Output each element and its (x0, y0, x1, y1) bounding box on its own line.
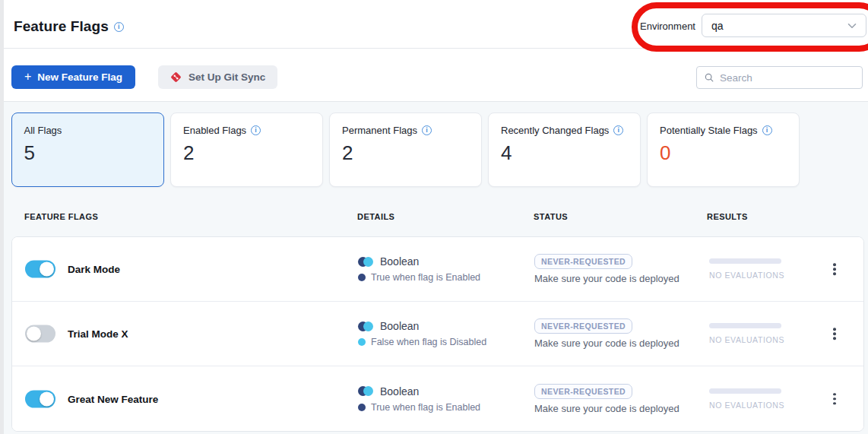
flag-results: NO EVALUATIONS (709, 388, 784, 410)
flag-type-label: Boolean (380, 255, 419, 268)
column-header-details: DETAILS (357, 212, 394, 221)
toggle-knob (40, 262, 54, 277)
kebab-menu-icon[interactable] (827, 258, 842, 280)
kebab-menu-icon[interactable] (827, 323, 842, 344)
stat-card-label: Potentially Stale Flags (660, 125, 758, 136)
stat-card-label-row: Permanent Flags i (342, 125, 469, 136)
chevron-down-icon (847, 23, 857, 29)
results-progress-bar (709, 388, 781, 394)
flags-section: All Flags 5 Enabled Flags i 2 Permanent … (0, 101, 868, 434)
flag-toggle[interactable] (25, 325, 55, 343)
info-icon[interactable]: i (251, 125, 261, 135)
flag-status: NEVER-REQUESTED Make sure your code is d… (534, 318, 680, 349)
stat-card-label-row: Recently Changed Flags i (501, 125, 628, 136)
plus-icon: + (24, 71, 31, 83)
results-text: NO EVALUATIONS (709, 271, 784, 280)
info-icon[interactable]: i (613, 125, 623, 135)
column-header-status: STATUS (534, 212, 568, 221)
git-icon (170, 71, 182, 83)
environment-select[interactable]: qa (702, 14, 866, 37)
status-text: Make sure your code is deployed (534, 337, 680, 349)
search-icon (705, 72, 714, 83)
flag-value-text: True when flag is Enabled (371, 272, 480, 283)
flag-toggle[interactable] (25, 261, 55, 278)
info-icon[interactable]: i (114, 22, 124, 32)
value-dot-icon (358, 338, 366, 346)
flag-details: Boolean True when flag is Enabled (358, 255, 480, 283)
stat-card-recently-changed-flags[interactable]: Recently Changed Flags i 4 (488, 112, 641, 187)
results-text: NO EVALUATIONS (709, 401, 784, 410)
stat-card-label: Enabled Flags (183, 125, 246, 136)
results-text: NO EVALUATIONS (709, 335, 784, 344)
status-badge: NEVER-REQUESTED (534, 318, 632, 334)
stat-card-label: Recently Changed Flags (501, 125, 609, 136)
stat-card-label-row: All Flags (24, 125, 152, 136)
stat-card-all-flags[interactable]: All Flags 5 (11, 112, 164, 187)
table-row: Dark Mode Boolean True when flag is Enab… (12, 237, 863, 302)
flag-name[interactable]: Great New Feature (68, 393, 158, 404)
flag-results: NO EVALUATIONS (709, 323, 784, 344)
search-box (696, 66, 863, 89)
boolean-type-icon (358, 386, 373, 396)
setup-git-sync-button[interactable]: Set Up Git Sync (158, 65, 277, 89)
stat-card-label: All Flags (24, 125, 62, 136)
table-row: Trial Mode X Boolean False when flag is … (12, 302, 863, 366)
flag-type-line: Boolean (358, 385, 480, 398)
stats-cards: All Flags 5 Enabled Flags i 2 Permanent … (11, 112, 800, 187)
search-input[interactable] (720, 72, 854, 84)
flag-value-text: True when flag is Enabled (371, 402, 480, 413)
flag-toggle[interactable] (25, 390, 55, 407)
flag-name[interactable]: Dark Mode (68, 264, 120, 275)
info-icon[interactable]: i (422, 125, 432, 135)
stat-card-value: 2 (183, 141, 310, 165)
stat-card-value: 2 (342, 141, 469, 165)
boolean-type-icon (358, 322, 373, 331)
page-left-edge (0, 0, 4, 434)
value-dot-icon (358, 404, 366, 411)
header-divider (0, 48, 868, 49)
kebab-menu-icon[interactable] (827, 388, 842, 410)
flag-value-line: True when flag is Enabled (358, 272, 480, 283)
flag-results: NO EVALUATIONS (709, 258, 784, 280)
stat-card-value: 0 (660, 141, 787, 165)
feature-flags-page: Feature Flags i Environment qa + New Fea… (0, 0, 868, 434)
flag-name[interactable]: Trial Mode X (68, 328, 128, 340)
status-text: Make sure your code is deployed (534, 273, 680, 284)
feature-flags-table: Dark Mode Boolean True when flag is Enab… (11, 236, 864, 432)
stat-card-value: 4 (501, 141, 628, 165)
stat-card-permanent-flags[interactable]: Permanent Flags i 2 (329, 112, 482, 187)
status-text: Make sure your code is deployed (534, 403, 680, 414)
table-row: Great New Feature Boolean True when flag… (12, 366, 863, 431)
value-dot-icon (358, 274, 366, 281)
stat-card-value: 5 (24, 141, 152, 165)
toggle-knob (40, 391, 54, 406)
flag-type-label: Boolean (380, 320, 419, 332)
stat-card-potentially-stale-flags[interactable]: Potentially Stale Flags i 0 (647, 112, 800, 187)
column-header-results: RESULTS (707, 212, 748, 221)
info-icon[interactable]: i (762, 125, 772, 135)
setup-git-sync-label: Set Up Git Sync (188, 71, 265, 83)
flag-type-label: Boolean (380, 385, 419, 398)
flag-value-line: True when flag is Enabled (358, 402, 480, 413)
flag-details: Boolean False when flag is Disabled (358, 320, 486, 347)
column-header-feature-flags: FEATURE FLAGS (24, 212, 98, 221)
environment-selected-value: qa (711, 20, 724, 32)
flag-details: Boolean True when flag is Enabled (358, 385, 480, 413)
status-badge: NEVER-REQUESTED (534, 384, 632, 399)
environment-label: Environment (640, 21, 695, 32)
flag-value-text: False when flag is Disabled (371, 337, 486, 347)
stat-card-label-row: Potentially Stale Flags i (660, 125, 787, 136)
flag-type-line: Boolean (358, 320, 486, 332)
flag-type-line: Boolean (358, 255, 480, 268)
boolean-type-icon (358, 257, 373, 267)
stat-card-enabled-flags[interactable]: Enabled Flags i 2 (170, 112, 323, 187)
new-feature-flag-button[interactable]: + New Feature Flag (11, 65, 135, 89)
status-badge: NEVER-REQUESTED (534, 254, 632, 269)
toggle-knob (27, 327, 41, 341)
stat-card-label-row: Enabled Flags i (183, 125, 310, 136)
page-title: Feature Flags (14, 18, 109, 35)
flag-value-line: False when flag is Disabled (358, 337, 486, 347)
results-progress-bar (709, 258, 781, 264)
stat-card-label: Permanent Flags (342, 125, 417, 136)
page-title-wrap: Feature Flags i (14, 18, 124, 35)
